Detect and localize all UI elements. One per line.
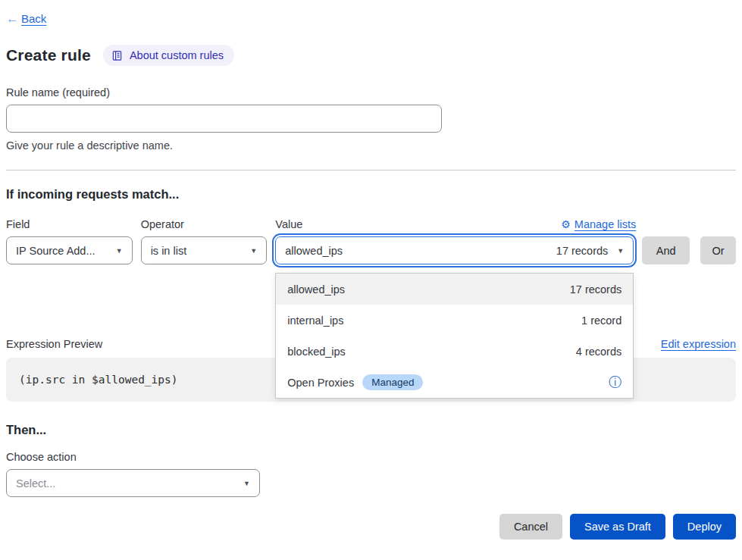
operator-select-value: is in list — [151, 245, 187, 257]
operator-column: Operator is in list ▼ — [141, 218, 268, 264]
then-heading: Then... — [6, 423, 736, 437]
value-header: Value ⚙ Manage lists — [273, 218, 636, 230]
title-row: Create rule About custom rules — [6, 45, 736, 66]
value-select-value: allowed_ips — [285, 245, 343, 257]
match-heading: If incoming requests match... — [6, 187, 736, 202]
footer-actions: Cancel Save as Draft Deploy — [6, 514, 736, 540]
field-select-value: IP Source Add... — [16, 245, 95, 257]
list-name: allowed_ips — [287, 283, 345, 296]
chevron-down-icon: ▼ — [116, 247, 123, 255]
chevron-down-icon: ▼ — [250, 247, 257, 255]
rule-name-helper: Give your rule a descriptive name. — [6, 139, 736, 152]
manage-lists-label: Manage lists — [575, 218, 636, 230]
choose-action-label: Choose action — [6, 451, 736, 463]
rule-name-input[interactable] — [6, 105, 442, 133]
list-count: 1 record — [581, 314, 621, 327]
book-icon — [111, 50, 123, 61]
back-row: ← Back — [6, 12, 736, 26]
and-button[interactable]: And — [642, 236, 690, 264]
page-title: Create rule — [6, 46, 91, 64]
action-select[interactable]: Select... ▼ — [6, 469, 260, 497]
cancel-button[interactable]: Cancel — [499, 514, 562, 540]
condition-row: Field IP Source Add... ▼ Operator is in … — [6, 218, 736, 264]
gear-icon: ⚙ — [561, 219, 571, 230]
chevron-down-icon: ▼ — [243, 480, 250, 487]
about-custom-rules-label: About custom rules — [130, 49, 224, 61]
expression-preview-label: Expression Preview — [6, 338, 102, 350]
field-label: Field — [6, 218, 133, 230]
operator-label: Operator — [141, 218, 268, 230]
section-divider — [6, 170, 736, 171]
dropdown-item-blocked-ips[interactable]: blocked_ips 4 records — [276, 336, 633, 367]
value-select-count: 17 records — [556, 245, 609, 257]
info-icon[interactable]: ⓘ — [609, 376, 621, 389]
list-name: internal_ips — [287, 314, 343, 327]
edit-expression-link[interactable]: Edit expression — [661, 338, 736, 350]
back-arrow-icon: ← — [6, 12, 19, 25]
back-link[interactable]: ← Back — [6, 12, 46, 25]
list-name: Open Proxies — [287, 377, 354, 389]
save-as-draft-button[interactable]: Save as Draft — [570, 514, 665, 540]
chevron-down-icon: ▼ — [617, 247, 624, 255]
open-proxies-left: Open Proxies Managed — [287, 374, 423, 390]
value-select-right: 17 records ▼ — [556, 245, 624, 257]
about-custom-rules-link[interactable]: About custom rules — [103, 45, 234, 66]
action-select-placeholder: Select... — [16, 477, 55, 490]
deploy-button[interactable]: Deploy — [673, 514, 736, 540]
value-select[interactable]: allowed_ips 17 records ▼ — [275, 236, 634, 264]
value-label: Value — [275, 218, 302, 230]
or-button[interactable]: Or — [700, 236, 736, 264]
list-count: 4 records — [576, 346, 621, 358]
dropdown-item-internal-ips[interactable]: internal_ips 1 record — [276, 305, 633, 336]
list-dropdown-panel: allowed_ips 17 records internal_ips 1 re… — [275, 273, 634, 399]
field-column: Field IP Source Add... ▼ — [6, 218, 133, 264]
value-column: Value ⚙ Manage lists allowed_ips 17 reco… — [273, 218, 636, 264]
rule-name-label: Rule name (required) — [6, 86, 736, 99]
dropdown-item-allowed-ips[interactable]: allowed_ips 17 records — [276, 274, 633, 305]
back-label: Back — [21, 12, 46, 25]
manage-lists-link[interactable]: ⚙ Manage lists — [561, 218, 636, 230]
operator-select[interactable]: is in list ▼ — [141, 236, 268, 264]
list-name: blocked_ips — [287, 346, 346, 358]
list-count: 17 records — [570, 283, 622, 296]
dropdown-item-open-proxies[interactable]: Open Proxies Managed ⓘ — [276, 367, 633, 398]
field-select[interactable]: IP Source Add... ▼ — [6, 236, 133, 264]
managed-badge: Managed — [362, 374, 423, 390]
